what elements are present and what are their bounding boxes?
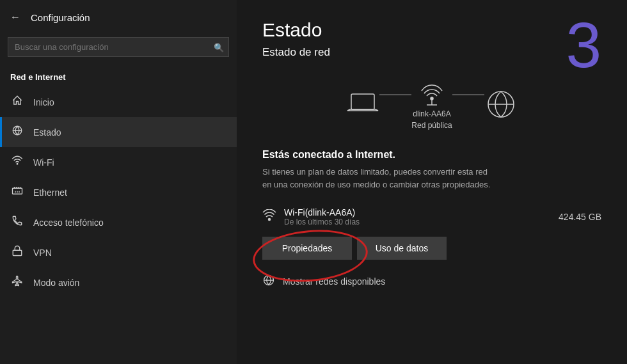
show-networks-label: Mostrar redes disponibles — [283, 276, 385, 287]
sidebar-header: ← Configuración — [0, 0, 237, 35]
line-1 — [379, 94, 411, 95]
network-left: Wi-Fi(dlink-AA6A) De los últimos 30 días — [262, 207, 360, 226]
airplane-icon — [10, 275, 24, 290]
propiedades-button[interactable]: Propiedades — [262, 237, 352, 260]
search-input[interactable] — [8, 37, 229, 57]
sidebar-item-inicio[interactable]: Inicio — [0, 87, 237, 117]
svg-rect-3 — [13, 250, 22, 255]
sidebar: ← Configuración 🔍 Red e Internet Inicio … — [0, 0, 237, 364]
sidebar-item-vpn[interactable]: VPN — [0, 237, 237, 267]
svg-rect-4 — [351, 94, 374, 109]
svg-point-1 — [17, 164, 18, 165]
sidebar-item-modo-avion[interactable]: Modo avión — [0, 267, 237, 297]
back-button[interactable]: ← — [8, 9, 23, 26]
app-title: Configuración — [31, 12, 90, 23]
diagram-router: dlink-AA6A Red pública — [411, 78, 452, 130]
sidebar-item-wifi-label: Wi-Fi — [33, 157, 54, 168]
search-icon: 🔍 — [214, 42, 224, 52]
svg-point-5 — [431, 97, 433, 100]
sidebar-item-ethernet[interactable]: Ethernet — [0, 177, 237, 207]
sidebar-item-acceso-telefonico[interactable]: Acceso telefónico — [0, 207, 237, 237]
wifi-icon — [10, 155, 24, 170]
vpn-icon — [10, 245, 24, 260]
network-row: Wi-Fi(dlink-AA6A) De los últimos 30 días… — [262, 203, 601, 230]
network-diagram: dlink-AA6A Red pública — [262, 72, 601, 136]
sidebar-item-vpn-label: VPN — [33, 248, 52, 258]
main-content: 3 Estado Estado de red dlink-AA6A Red pú… — [237, 0, 627, 364]
network-info: Wi-Fi(dlink-AA6A) De los últimos 30 días — [284, 207, 360, 226]
phone-icon — [10, 215, 24, 230]
uso-datos-button[interactable]: Uso de datos — [357, 237, 447, 260]
search-box: 🔍 — [8, 37, 229, 57]
home-icon — [10, 95, 24, 109]
section-label: Red e Internet — [0, 67, 237, 87]
globe-small-icon — [262, 274, 275, 289]
connected-text: Estás conectado a Internet. — [262, 149, 601, 161]
ethernet-icon — [10, 185, 24, 200]
show-networks-row[interactable]: Mostrar redes disponibles — [262, 270, 601, 292]
diagram-globe — [484, 88, 518, 121]
wifi-type: Red pública — [411, 121, 452, 130]
sidebar-item-inicio-label: Inicio — [33, 97, 54, 107]
network-data: 424.45 GB — [559, 212, 601, 222]
wifi-name: dlink-AA6A — [413, 109, 450, 118]
diagram-laptop — [346, 91, 379, 117]
svg-point-7 — [269, 219, 271, 221]
big-number: 3 — [566, 13, 601, 77]
connected-sub: Si tienes un plan de datos limitado, pue… — [262, 166, 569, 191]
wifi-small-icon — [262, 209, 276, 225]
sidebar-item-wifi[interactable]: Wi-Fi — [0, 147, 237, 177]
sidebar-item-estado[interactable]: Estado — [0, 117, 237, 147]
network-name: Wi-Fi(dlink-AA6A) — [284, 207, 360, 218]
sidebar-item-estado-label: Estado — [33, 127, 61, 138]
sidebar-item-acceso-label: Acceso telefónico — [33, 218, 104, 228]
line-2 — [452, 94, 484, 95]
network-days: De los últimos 30 días — [284, 218, 360, 226]
buttons-row: Propiedades Uso de datos — [262, 237, 601, 260]
sidebar-item-ethernet-label: Ethernet — [33, 187, 67, 198]
sidebar-item-modo-avion-label: Modo avión — [33, 278, 79, 288]
page-title: Estado — [262, 19, 601, 41]
globe-icon — [10, 125, 24, 139]
section-title: Estado de red — [262, 46, 601, 59]
